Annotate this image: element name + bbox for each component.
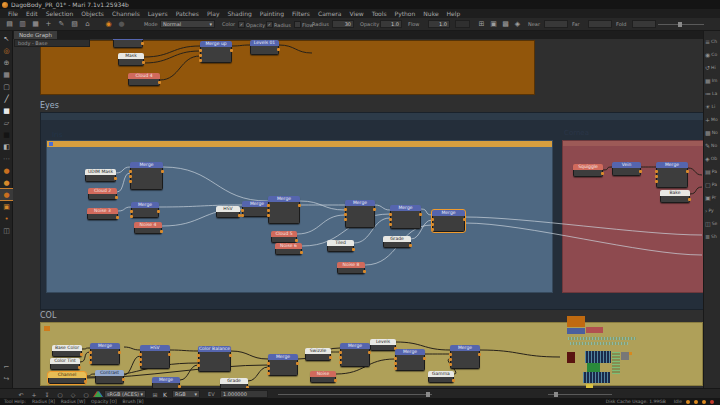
target-icon[interactable]: ◉ — [103, 19, 114, 29]
menu-patches[interactable]: Patches — [172, 10, 203, 17]
menu-nuke[interactable]: Nuke — [419, 10, 442, 17]
transform-tool[interactable]: ▢ — [0, 81, 13, 92]
new-project-icon[interactable]: ▤ — [4, 19, 15, 29]
palette-image-manager[interactable]: ▦Im — [704, 74, 720, 86]
palette-patches[interactable]: ▢Pa — [704, 178, 720, 190]
menu-camera[interactable]: Camera — [314, 10, 346, 17]
checkbox-icon[interactable]: ✓ — [238, 21, 245, 28]
menu-painting[interactable]: Painting — [256, 10, 288, 17]
radius-field[interactable]: 30 — [332, 20, 354, 28]
fold-field[interactable] — [632, 20, 656, 28]
lut-curve-icon[interactable]: K — [160, 390, 170, 398]
opacity-field[interactable]: 1.0 — [380, 20, 402, 28]
paint-buffer-icon[interactable]: ▩ — [500, 19, 511, 29]
palette-notes[interactable]: ✎No — [704, 139, 720, 151]
palette-node-properties[interactable]: ▩No — [704, 126, 720, 138]
breadcrumb[interactable]: body - Base — [14, 39, 90, 47]
paint-icon[interactable]: ✎ — [56, 19, 67, 29]
sphere-icon[interactable]: ● — [116, 19, 127, 29]
menu-play[interactable]: Play — [203, 10, 224, 17]
menu-help[interactable]: Help — [443, 10, 465, 17]
check-opacity[interactable]: ✓Opacity — [238, 21, 265, 28]
menu-objects[interactable]: Objects — [77, 10, 108, 17]
palette-selection[interactable]: ◫Se — [704, 217, 720, 229]
palette-shelf[interactable]: ≣Sh — [704, 230, 720, 242]
checkbox-icon[interactable]: ✓ — [266, 21, 273, 28]
palette-history[interactable]: ↺Hi — [704, 61, 720, 73]
diamond-icon[interactable]: ◇ — [68, 390, 78, 398]
zoom-tool[interactable]: ⊕ — [0, 57, 13, 68]
paint-through-tool[interactable]: ● — [0, 165, 13, 176]
ring-icon[interactable]: ○ — [81, 390, 91, 398]
palette-paint-buffer[interactable]: ▤Pa — [704, 165, 720, 177]
menu-channels[interactable]: Channels — [108, 10, 144, 17]
palette-layers[interactable]: ≔La — [704, 87, 720, 99]
palette-projectors[interactable]: ▣Pr — [704, 191, 720, 203]
menu-shading[interactable]: Shading — [223, 10, 255, 17]
undo-icon[interactable]: ↶ — [16, 390, 26, 398]
near-field[interactable] — [544, 20, 568, 28]
palette-colors[interactable]: ◉Co — [704, 48, 720, 60]
tool-options[interactable]: ⋯ — [0, 153, 13, 164]
palette-modo[interactable]: +Mo — [704, 113, 720, 125]
tab-node-graph[interactable]: Node Graph — [14, 31, 57, 39]
ev-field[interactable]: 1.000000 — [220, 390, 268, 398]
transform-paint-target-tool[interactable]: ◎ — [0, 45, 13, 56]
checkbox-icon[interactable] — [294, 21, 301, 28]
status-indicator-dot — [702, 400, 706, 404]
menu-view[interactable]: View — [346, 10, 368, 17]
clipboard-icon[interactable]: ▧ — [69, 19, 80, 29]
redo-icon[interactable]: ↪ — [0, 373, 13, 384]
color-triangle-icon[interactable] — [94, 391, 102, 397]
slerp-tool[interactable]: ◫ — [0, 225, 13, 236]
palette-python[interactable]: ›Py — [704, 204, 720, 216]
move-icon[interactable]: + — [29, 390, 39, 398]
circle-icon[interactable]: ○ — [55, 390, 65, 398]
colorspace-dropdown[interactable]: sRGB (ACES)▾ — [104, 390, 146, 398]
pixel-tool[interactable]: • — [0, 213, 13, 224]
swap-icon[interactable]: ⊞ — [150, 390, 160, 398]
add-channel-icon[interactable]: + — [43, 19, 54, 29]
check-flow[interactable]: Flow — [294, 21, 313, 28]
mode-dropdown[interactable]: Normal▾ — [160, 20, 215, 28]
smear-tool[interactable]: ● — [0, 177, 13, 188]
eraser-tool[interactable]: ▣ — [0, 201, 13, 212]
menu-tools[interactable]: Tools — [368, 10, 391, 17]
mask-preview-icon[interactable]: ▣ — [488, 19, 499, 29]
projection-icon[interactable]: ⊞ — [476, 19, 487, 29]
menu-file[interactable]: File — [4, 10, 22, 17]
paint-brush-tool[interactable]: ╱ — [0, 93, 13, 104]
select-tool[interactable]: ↖ — [0, 33, 13, 44]
foreground-swatch[interactable]: ■ — [0, 105, 13, 116]
far-field[interactable] — [588, 20, 612, 28]
background-swatch[interactable]: ■ — [0, 129, 13, 140]
flow-field[interactable]: 1.0 — [428, 20, 450, 28]
exposure-slider[interactable] — [278, 394, 432, 395]
gamma-slider[interactable] — [548, 394, 612, 395]
history-icon[interactable]: ⌐ — [0, 361, 13, 372]
menu-selection[interactable]: Selection — [42, 10, 78, 17]
symmetry-icon[interactable]: ◈ — [512, 19, 523, 29]
opacity-label: Opacity — [360, 21, 379, 27]
menu-layers[interactable]: Layers — [144, 10, 172, 17]
palette-colors-icon: ◉ — [705, 51, 710, 58]
home-camera-icon[interactable]: ⌂ — [82, 19, 93, 29]
gradient-tool[interactable]: ◧ — [0, 141, 13, 152]
toolbar-slider[interactable] — [658, 24, 704, 25]
menu-python[interactable]: Python — [391, 10, 420, 17]
save-project-icon[interactable]: ▦ — [30, 19, 41, 29]
palette-objects[interactable]: ◈Ob — [704, 152, 720, 164]
palette-modo-icon: + — [705, 116, 710, 123]
menu-filters[interactable]: Filters — [288, 10, 314, 17]
clone-stamp-tool[interactable]: ● — [0, 189, 13, 200]
channel-dropdown[interactable]: RGB▾ — [172, 390, 200, 398]
shape-tool[interactable]: ▱ — [0, 117, 13, 128]
palette-channels[interactable]: ≡Ch — [704, 35, 720, 47]
check-radius[interactable]: ✓Radius — [266, 21, 291, 28]
node-graph-canvas[interactable]: Eyes Iris Cornea COL MergeMaskCloud 4Mer… — [13, 39, 703, 388]
menu-edit[interactable]: Edit — [22, 10, 42, 17]
palette-lights[interactable]: ☀Li — [704, 100, 720, 112]
drop-icon[interactable]: ↧ — [42, 390, 52, 398]
open-project-icon[interactable]: ▥ — [17, 19, 28, 29]
marquee-select-tool[interactable]: ▦ — [0, 69, 13, 80]
